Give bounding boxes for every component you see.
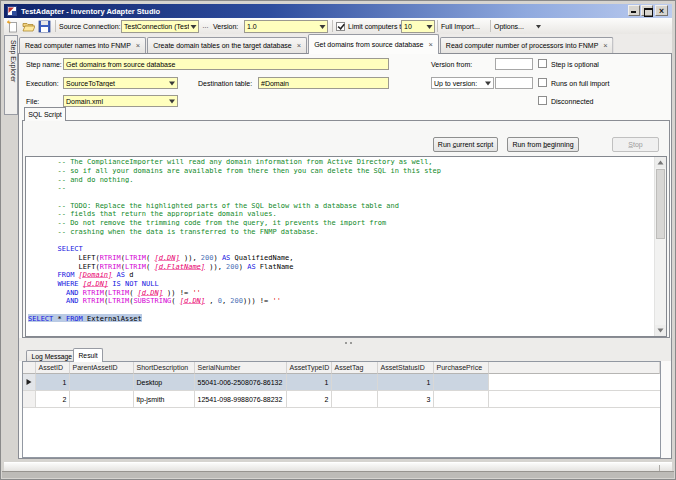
up-to-version-combo[interactable]: Up to version:: [431, 77, 494, 89]
sql-script-tab[interactable]: SQL Script: [24, 107, 66, 121]
grid-cell[interactable]: [332, 391, 378, 408]
result-grid[interactable]: AssetIDParentAssetIDShortDescriptionSeri…: [22, 361, 661, 458]
sql-editor[interactable]: -- The ComplianceImporter will read any …: [25, 156, 667, 337]
grid-row-1[interactable]: 2ltp-jsmith12541-098-9988076-8823223: [23, 391, 660, 408]
up-to-version-input[interactable]: [495, 77, 533, 89]
destination-table-input[interactable]: #Domain: [258, 77, 389, 89]
grid-cell[interactable]: 1: [378, 374, 434, 391]
output-tab-result[interactable]: Result: [73, 348, 103, 362]
sql-line: [28, 305, 441, 314]
scrollbar-thumb[interactable]: [656, 169, 665, 239]
options-dropdown-icon[interactable]: [536, 25, 541, 31]
source-connection-combo[interactable]: TestConnection (Test): [121, 20, 199, 33]
grid-cell[interactable]: [434, 391, 489, 408]
row-header-cell[interactable]: [23, 391, 36, 408]
current-row-arrow-icon: [27, 379, 35, 385]
row-header-cell[interactable]: [23, 374, 36, 391]
grid-column-header-serialnumber[interactable]: SerialNumber: [195, 362, 287, 374]
run-current-script-button[interactable]: Run current script: [433, 137, 498, 152]
grid-column-header-assettypeid[interactable]: AssetTypeID: [287, 362, 332, 374]
grid-column-header-parentassetid[interactable]: ParentAssetID: [70, 362, 134, 374]
execution-combo[interactable]: SourceToTarget: [63, 77, 178, 89]
grid-column-header-shortdescription[interactable]: ShortDescription: [134, 362, 195, 374]
open-file-icon[interactable]: [22, 20, 35, 33]
sql-line: FROM [Domain] AS d: [28, 271, 441, 280]
file-label: File:: [26, 98, 39, 106]
step-explorer-tab[interactable]: Step Explorer: [4, 35, 18, 115]
sql-line: -- Do not remove the trimming code from …: [28, 218, 441, 227]
output-tab-strip: Log MessageResult: [19, 348, 671, 361]
step-page: Step name: Get domains from source datab…: [18, 53, 672, 459]
horizontal-splitter[interactable]: [19, 338, 671, 348]
grid-column-header-purchaseprice[interactable]: PurchasePrice: [434, 362, 489, 374]
tab-close-icon[interactable]: ×: [297, 42, 301, 49]
tab-close-icon[interactable]: ×: [136, 42, 140, 49]
step-tab-0[interactable]: Read computer names into FNMP×: [19, 37, 146, 53]
window-title: TestAdapter - Inventory Adapter Studio: [21, 7, 160, 16]
browse-connection-button[interactable]: ...: [200, 20, 211, 33]
run-from-beginning-button[interactable]: Run from beginning: [507, 137, 579, 152]
step-tab-1[interactable]: Create domain tables on the target datab…: [147, 37, 307, 53]
disconnected-label: Disconnected: [551, 98, 593, 106]
grid-cell[interactable]: 12541-098-9988076-88232: [195, 391, 287, 408]
grid-cell[interactable]: 1: [287, 374, 332, 391]
step-tab-3[interactable]: Read computer number of processors into …: [440, 37, 614, 53]
limit-count-combo[interactable]: 10: [401, 20, 435, 33]
grid-cell[interactable]: 1: [36, 374, 70, 391]
file-combo[interactable]: Domain.xml: [63, 95, 178, 107]
grid-cell[interactable]: 2: [287, 391, 332, 408]
minimize-button[interactable]: [628, 5, 640, 16]
grid-column-header-assettag[interactable]: AssetTag: [332, 362, 378, 374]
sql-line-selected: SELECT * FROM ExternalAsset: [28, 314, 441, 323]
chevron-down-icon[interactable]: [483, 78, 493, 89]
grid-column-header-assetstatusid[interactable]: AssetStatusID: [378, 362, 434, 374]
grid-cell[interactable]: [70, 374, 134, 391]
maximize-button[interactable]: [641, 5, 653, 16]
version-combo[interactable]: 1.0: [244, 20, 328, 33]
sql-script-panel: Run current script Run from beginning St…: [22, 120, 670, 338]
grid-cell[interactable]: [70, 391, 134, 408]
close-button[interactable]: ×: [655, 5, 668, 16]
full-import-button[interactable]: Full Import...: [441, 20, 488, 33]
limit-computers-checkbox[interactable]: [336, 22, 345, 31]
step-is-optional-checkbox[interactable]: [538, 59, 547, 68]
save-icon[interactable]: [38, 20, 51, 33]
editor-scrollbar[interactable]: [654, 157, 666, 336]
sql-line: --: [28, 184, 441, 193]
sql-line: -- crashing when the data is transferred…: [28, 227, 441, 236]
app-icon: [7, 6, 17, 16]
disconnected-checkbox[interactable]: [538, 96, 547, 105]
scroll-down-icon[interactable]: [655, 325, 666, 336]
grid-cell[interactable]: [332, 374, 378, 391]
grid-column-header-assetid[interactable]: AssetID: [36, 362, 70, 374]
chevron-down-icon[interactable]: [425, 21, 434, 32]
grid-cell[interactable]: 2: [36, 391, 70, 408]
chevron-down-icon[interactable]: [167, 78, 177, 89]
new-file-icon[interactable]: [6, 20, 19, 33]
step-name-input[interactable]: Get domains from source database: [63, 58, 389, 70]
version-from-input[interactable]: [495, 58, 533, 70]
window-frame-bottom: [2, 471, 674, 478]
sql-line: WHERE [d.DN] IS NOT NULL: [28, 279, 441, 288]
chevron-down-icon[interactable]: [318, 21, 327, 32]
step-tab-label: Read computer names into FNMP: [25, 42, 131, 50]
sql-line: LEFT(RTRIM(LTRIM( [d.FlatName] )), 200) …: [28, 262, 441, 271]
step-tab-2[interactable]: Get domains from source database×: [308, 34, 439, 54]
grid-cell[interactable]: ltp-jsmith: [134, 391, 195, 408]
tab-close-icon[interactable]: ×: [603, 42, 607, 49]
grid-row-0[interactable]: 1Desktop55041-006-2508076-8613211: [23, 374, 660, 391]
scroll-up-icon[interactable]: [655, 157, 666, 168]
grid-cell[interactable]: [434, 374, 489, 391]
stop-button[interactable]: Stop: [612, 137, 659, 152]
step-is-optional-label: Step is optional: [551, 61, 599, 69]
runs-on-full-import-checkbox[interactable]: [538, 78, 547, 87]
options-button[interactable]: Options...: [494, 20, 534, 33]
grid-cell[interactable]: Desktop: [134, 374, 195, 391]
chevron-down-icon[interactable]: [189, 21, 198, 32]
sql-line: SELECT: [28, 244, 441, 253]
destination-table-label: Destination table:: [198, 80, 252, 88]
grid-cell[interactable]: 55041-006-2508076-86132: [195, 374, 287, 391]
chevron-down-icon[interactable]: [167, 96, 177, 107]
grid-cell[interactable]: 3: [378, 391, 434, 408]
tab-close-icon[interactable]: ×: [428, 41, 432, 48]
